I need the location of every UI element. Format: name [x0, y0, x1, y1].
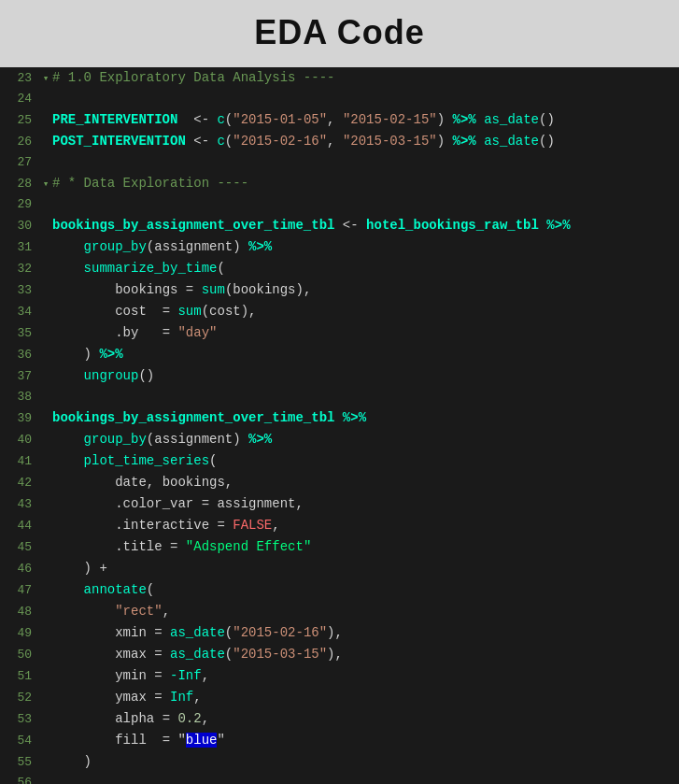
line-content-25: PRE_INTERVENTION <- c("2015-01-05", "201…	[52, 109, 555, 130]
line-content-31: group_by(assignment) %>%	[52, 236, 272, 257]
code-line-45: 45 .title = "Adspend Effect"	[0, 536, 679, 558]
line-number-39: 39	[0, 408, 39, 429]
line-number-28: 28	[0, 174, 39, 194]
code-line-32: 32 summarize_by_time(	[0, 258, 679, 279]
code-line-39: 39 bookings_by_assignment_over_time_tbl …	[0, 407, 679, 429]
code-line-50: 50 xmax = as_date("2015-03-15"),	[0, 644, 679, 665]
line-content-41: plot_time_series(	[52, 450, 217, 471]
line-number-50: 50	[0, 645, 39, 665]
line-content-50: xmax = as_date("2015-03-15"),	[52, 644, 343, 664]
line-content-55: )	[52, 751, 92, 772]
line-number-40: 40	[0, 430, 39, 450]
line-content-44: .interactive = FALSE,	[52, 515, 280, 535]
code-line-29: 29	[0, 194, 679, 215]
code-line-41: 41 plot_time_series(	[0, 450, 679, 472]
line-number-53: 53	[0, 709, 39, 730]
code-line-37: 37 ungroup()	[0, 365, 679, 387]
line-content-51: ymin = -Inf,	[52, 665, 209, 686]
line-content-48: "rect",	[52, 601, 170, 621]
line-number-41: 41	[0, 451, 39, 472]
line-content-49: xmin = as_date("2015-02-16"),	[52, 622, 343, 643]
code-line-48: 48 "rect",	[0, 601, 679, 622]
code-line-54: 54 fill = "blue"	[0, 730, 679, 751]
line-number-48: 48	[0, 602, 39, 622]
line-content-52: ymax = Inf,	[52, 687, 202, 707]
line-content-45: .title = "Adspend Effect"	[52, 536, 311, 557]
line-number-36: 36	[0, 345, 39, 365]
code-line-26: 26 POST_INTERVENTION <- c("2015-02-16", …	[0, 131, 679, 152]
line-content-26: POST_INTERVENTION <- c("2015-02-16", "20…	[52, 131, 555, 151]
line-number-30: 30	[0, 216, 39, 236]
line-number-34: 34	[0, 302, 39, 322]
code-line-23: 23 ▾ # 1.0 Exploratory Data Analysis ---…	[0, 67, 679, 89]
code-line-49: 49 xmin = as_date("2015-02-16"),	[0, 622, 679, 644]
line-content-47: annotate(	[52, 579, 154, 600]
line-content-36: ) %>%	[52, 344, 123, 364]
code-line-35: 35 .by = "day"	[0, 322, 679, 344]
code-line-34: 34 cost = sum(cost),	[0, 301, 679, 322]
line-number-35: 35	[0, 323, 39, 344]
line-number-51: 51	[0, 666, 39, 687]
line-number-27: 27	[0, 152, 39, 173]
code-line-56: 56	[0, 773, 679, 784]
line-content-33: bookings = sum(bookings),	[52, 279, 311, 300]
line-content-42: date, bookings,	[52, 472, 233, 492]
code-line-46: 46 ) +	[0, 558, 679, 579]
line-content-39: bookings_by_assignment_over_time_tbl %>%	[52, 407, 366, 428]
line-number-32: 32	[0, 259, 39, 279]
code-line-25: 25 PRE_INTERVENTION <- c("2015-01-05", "…	[0, 109, 679, 131]
line-number-33: 33	[0, 280, 39, 301]
line-content-35: .by = "day"	[52, 322, 217, 343]
code-line-52: 52 ymax = Inf,	[0, 687, 679, 708]
line-number-37: 37	[0, 366, 39, 387]
line-number-43: 43	[0, 494, 39, 515]
line-content-30: bookings_by_assignment_over_time_tbl <- …	[52, 215, 571, 235]
line-number-45: 45	[0, 537, 39, 558]
line-number-52: 52	[0, 688, 39, 708]
line-number-31: 31	[0, 237, 39, 258]
line-content-37: ungroup()	[52, 365, 154, 386]
fold-23[interactable]: ▾	[39, 68, 52, 89]
code-line-51: 51 ymin = -Inf,	[0, 665, 679, 687]
line-number-56: 56	[0, 773, 39, 784]
code-line-55: 55 )	[0, 751, 679, 773]
line-content-46: ) +	[52, 558, 107, 578]
code-line-53: 53 alpha = 0.2,	[0, 708, 679, 730]
line-number-29: 29	[0, 194, 39, 215]
line-content-32: summarize_by_time(	[52, 258, 225, 278]
code-line-27: 27	[0, 152, 679, 173]
line-number-42: 42	[0, 473, 39, 493]
code-line-24: 24	[0, 89, 679, 109]
line-number-49: 49	[0, 623, 39, 644]
line-number-25: 25	[0, 110, 39, 131]
fold-28[interactable]: ▾	[39, 174, 52, 194]
line-number-55: 55	[0, 752, 39, 773]
line-content-53: alpha = 0.2,	[52, 708, 209, 729]
line-number-54: 54	[0, 731, 39, 751]
line-number-23: 23	[0, 68, 39, 89]
page-title: EDA Code	[0, 0, 679, 67]
code-line-40: 40 group_by(assignment) %>%	[0, 429, 679, 450]
code-line-42: 42 date, bookings,	[0, 472, 679, 493]
code-line-30: 30 bookings_by_assignment_over_time_tbl …	[0, 215, 679, 236]
line-number-44: 44	[0, 516, 39, 536]
line-content-43: .color_var = assignment,	[52, 493, 304, 514]
line-content-54: fill = "blue"	[52, 730, 225, 750]
code-line-44: 44 .interactive = FALSE,	[0, 515, 679, 536]
line-number-47: 47	[0, 580, 39, 601]
code-line-47: 47 annotate(	[0, 579, 679, 601]
code-line-28: 28 ▾ # * Data Exploration ----	[0, 173, 679, 194]
line-number-26: 26	[0, 132, 39, 152]
line-content-28: # * Data Exploration ----	[52, 173, 248, 193]
code-line-38: 38	[0, 387, 679, 407]
line-number-24: 24	[0, 89, 39, 109]
line-number-38: 38	[0, 387, 39, 407]
line-content-34: cost = sum(cost),	[52, 301, 257, 321]
line-number-46: 46	[0, 559, 39, 579]
code-line-36: 36 ) %>%	[0, 344, 679, 365]
code-line-33: 33 bookings = sum(bookings),	[0, 279, 679, 301]
code-line-31: 31 group_by(assignment) %>%	[0, 236, 679, 258]
line-content-40: group_by(assignment) %>%	[52, 429, 272, 449]
code-area: 23 ▾ # 1.0 Exploratory Data Analysis ---…	[0, 67, 679, 784]
code-line-43: 43 .color_var = assignment,	[0, 493, 679, 515]
